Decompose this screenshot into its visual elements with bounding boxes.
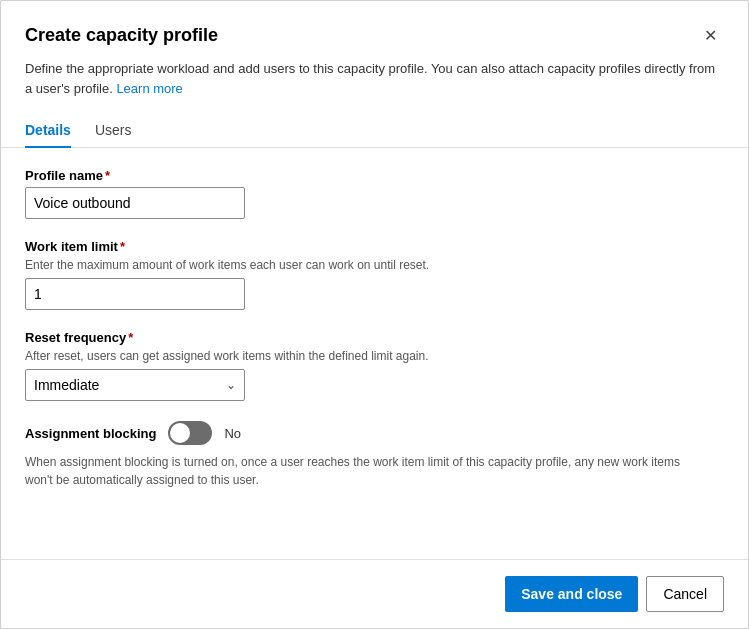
close-button[interactable]: ✕	[696, 21, 724, 49]
toggle-knob	[170, 423, 190, 443]
learn-more-link[interactable]: Learn more	[116, 81, 182, 96]
assignment-blocking-group: Assignment blocking No When assignment b…	[25, 421, 724, 489]
reset-frequency-value: Immediate	[34, 377, 99, 393]
work-item-limit-hint: Enter the maximum amount of work items e…	[25, 258, 724, 272]
profile-name-group: Profile name*	[25, 168, 724, 219]
save-and-close-button[interactable]: Save and close	[505, 576, 638, 612]
required-star-reset: *	[128, 330, 133, 345]
chevron-down-icon: ⌄	[226, 378, 236, 392]
reset-frequency-hint: After reset, users can get assigned work…	[25, 349, 724, 363]
modal-body: Profile name* Work item limit* Enter the…	[1, 148, 748, 559]
modal-description: Define the appropriate workload and add …	[1, 59, 748, 114]
modal-header: Create capacity profile ✕	[1, 1, 748, 59]
assignment-blocking-description: When assignment blocking is turned on, o…	[25, 453, 705, 489]
assignment-blocking-row: Assignment blocking No	[25, 421, 724, 445]
required-star-work-item: *	[120, 239, 125, 254]
work-item-limit-input[interactable]	[25, 278, 245, 310]
reset-frequency-select[interactable]: Immediate ⌄	[25, 369, 245, 401]
assignment-blocking-toggle[interactable]	[168, 421, 212, 445]
required-star-profile: *	[105, 168, 110, 183]
create-capacity-profile-modal: Create capacity profile ✕ Define the app…	[0, 0, 749, 629]
modal-title: Create capacity profile	[25, 25, 218, 46]
modal-footer: Save and close Cancel	[1, 559, 748, 628]
tab-users[interactable]: Users	[95, 114, 132, 148]
assignment-blocking-label: Assignment blocking	[25, 426, 156, 441]
work-item-limit-group: Work item limit* Enter the maximum amoun…	[25, 239, 724, 310]
profile-name-input[interactable]	[25, 187, 245, 219]
modal-tabs: Details Users	[1, 114, 748, 148]
reset-frequency-group: Reset frequency* After reset, users can …	[25, 330, 724, 401]
cancel-button[interactable]: Cancel	[646, 576, 724, 612]
tab-details[interactable]: Details	[25, 114, 71, 148]
toggle-status-text: No	[224, 426, 241, 441]
profile-name-label: Profile name*	[25, 168, 724, 183]
reset-frequency-label: Reset frequency*	[25, 330, 724, 345]
work-item-limit-label: Work item limit*	[25, 239, 724, 254]
